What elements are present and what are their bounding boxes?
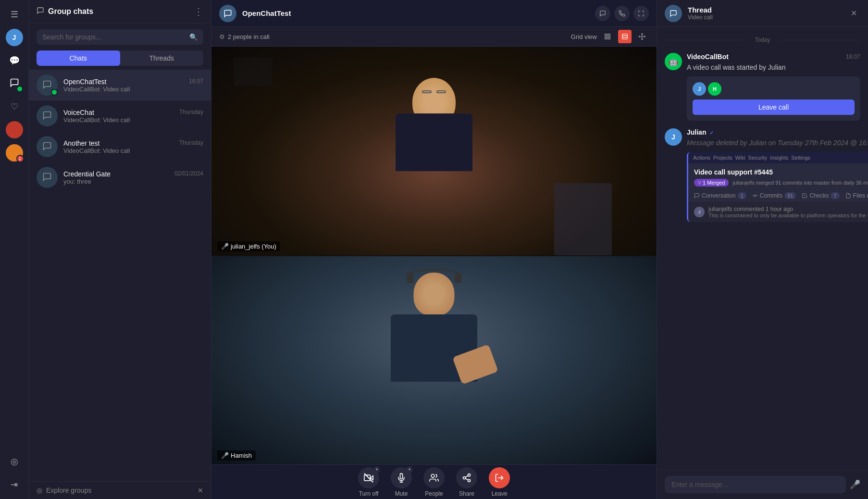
chat-time: 02/01/2024 [174, 170, 203, 178]
nav-actions[interactable]: Actions [693, 155, 710, 161]
avatar-red[interactable] [5, 120, 24, 139]
thread-message-input[interactable] [665, 476, 846, 493]
svg-point-17 [431, 474, 434, 477]
view-active-btn[interactable] [618, 30, 632, 43]
svg-point-24 [754, 195, 756, 197]
voice-input-icon[interactable]: 🎤 [850, 479, 860, 490]
svg-point-20 [468, 479, 471, 482]
chat-avatar-voicechat [37, 105, 58, 126]
group-chat-icon[interactable] [5, 74, 24, 93]
merged-badge: ⑂ 1 Merged [694, 179, 729, 187]
people-button[interactable]: People [423, 467, 445, 497]
explore-groups[interactable]: ◎ Explore groups ✕ [29, 481, 211, 499]
sidebar-title: Group chats [37, 7, 93, 16]
call-participants: J H [693, 82, 855, 96]
svg-point-9 [642, 38, 643, 39]
stat-commits: Commits 91 [752, 192, 796, 199]
svg-rect-2 [608, 37, 610, 39]
call-status-bar: ⚙ 2 people in call Grid view [211, 27, 657, 47]
sender-name: Julian ✓ [687, 128, 714, 136]
chat-preview: VideoCallBot: Video call [63, 116, 203, 124]
thread-messages: Today 🤖 VideoCallBot 16:07 A video call … [657, 27, 868, 470]
menu-icon[interactable]: ☰ [5, 5, 24, 24]
merge-meta: julianjelfs merged 91 commits into maste… [732, 180, 868, 186]
avatar-orange[interactable]: 1 [5, 143, 24, 162]
call-status-right: Grid view [571, 30, 649, 43]
phone-button[interactable] [614, 6, 630, 21]
leave-call-button[interactable]: Leave call [693, 100, 855, 115]
leave-label: Leave [492, 490, 508, 497]
chevron-down-icon: ▾ [373, 466, 380, 473]
link-preview-nav[interactable]: Actions Projects Wiki Security Insights … [693, 155, 810, 161]
chat-time: 16:07 [189, 78, 203, 86]
thread-header-info: Thread Video call [688, 6, 841, 21]
message-header: VideoCallBot 16:07 [687, 53, 860, 61]
explore-groups-close[interactable]: ✕ [198, 487, 203, 494]
chat-name-text: VoiceChat [63, 109, 94, 116]
footer-comment-text: This is constrained to only be available… [708, 212, 868, 218]
leave-button[interactable]: Leave [489, 467, 510, 497]
settings-icon[interactable]: ⚙ [219, 33, 225, 40]
chat-icon[interactable]: 💬 [5, 51, 24, 70]
view-other-btn[interactable] [635, 30, 649, 43]
sidebar-menu-button[interactable]: ⋮ [194, 6, 203, 17]
link-preview: Actions Projects Wiki Security Insights … [687, 152, 868, 222]
tab-chats[interactable]: Chats [37, 50, 120, 66]
chat-item-openchattest[interactable]: OpenChatTest 16:07 VideoCallBot: Video c… [29, 70, 211, 100]
favorites-icon[interactable]: ♡ [5, 97, 24, 116]
svg-point-10 [639, 36, 640, 37]
mute-button[interactable]: ▾ Mute [391, 467, 412, 497]
message-button[interactable] [595, 6, 610, 21]
chat-item-anothertest[interactable]: Another test Thursday VideoCallBot: Vide… [29, 131, 211, 162]
nav-settings[interactable]: Settings [791, 155, 810, 161]
chat-preview: you: three [63, 178, 203, 185]
people-label: People [425, 490, 443, 497]
svg-point-19 [463, 476, 466, 479]
mic-icon-hamish: 🎤 [221, 452, 229, 459]
svg-rect-0 [605, 34, 607, 36]
thread-header-avatar [665, 5, 682, 22]
chat-name-text: OpenChatTest [63, 78, 107, 86]
discover-icon[interactable]: ◎ [5, 452, 24, 471]
share-button[interactable]: Share [456, 467, 477, 497]
nav-wiki[interactable]: Wiki [735, 155, 745, 161]
nav-security[interactable]: Security [748, 155, 768, 161]
mic-icon-julian: 🎤 [221, 243, 229, 250]
chat-name-row: OpenChatTest 16:07 [63, 78, 203, 86]
svg-rect-4 [622, 34, 628, 39]
tab-threads[interactable]: Threads [120, 50, 204, 66]
nav-insights[interactable]: Insights [770, 155, 788, 161]
search-bar: 🔍 [37, 29, 203, 45]
chat-item-voicechat[interactable]: VoiceChat Thursday VideoCallBot: Video c… [29, 100, 211, 131]
video-panel-julian: 🎤 julian_jelfs (You) [211, 47, 657, 255]
chat-info-voicechat: VoiceChat Thursday VideoCallBot: Video c… [63, 109, 203, 124]
nav-projects[interactable]: Projects [713, 155, 732, 161]
verified-icon: ✓ [709, 130, 714, 136]
link-preview-title: Video call support #5445 [688, 163, 868, 179]
call-header-name: OpenChatTest [242, 9, 589, 17]
message-content-videocallbot: VideoCallBot 16:07 A video call was star… [687, 53, 860, 121]
chat-info-credentialgate: Credential Gate 02/01/2024 you: three [63, 170, 203, 185]
chat-name-row: Another test Thursday [63, 139, 203, 147]
chat-time: Thursday [179, 109, 203, 116]
expand-button[interactable] [633, 6, 649, 21]
call-header-avatar [219, 5, 236, 22]
chat-time: Thursday [179, 139, 203, 147]
logout-icon[interactable]: ⇥ [5, 475, 24, 494]
turn-off-button[interactable]: ▾ Turn off [358, 467, 379, 497]
user-avatar[interactable]: J [5, 28, 24, 47]
video-area: 🎤 julian_jelfs (You) [211, 47, 657, 464]
message-header: Julian ✓ [687, 128, 868, 136]
people-icon [423, 467, 445, 488]
tabs-container: Chats Threads [37, 50, 203, 66]
thread-close-button[interactable]: ✕ [847, 7, 860, 20]
view-grid-btn[interactable] [601, 30, 614, 43]
chat-item-credentialgate[interactable]: Credential Gate 02/01/2024 you: three [29, 162, 211, 193]
chat-name-row: Credential Gate 02/01/2024 [63, 170, 203, 178]
participant-avatar-hamish: H [708, 82, 721, 96]
chat-list: OpenChatTest 16:07 VideoCallBot: Video c… [29, 70, 211, 481]
chat-info-anothertest: Another test Thursday VideoCallBot: Vide… [63, 139, 203, 154]
thread-panel: Thread Video call ✕ Today 🤖 VideoCallBot… [657, 0, 868, 499]
search-input[interactable] [42, 33, 186, 41]
avatar-videocallbot: 🤖 [665, 53, 682, 70]
